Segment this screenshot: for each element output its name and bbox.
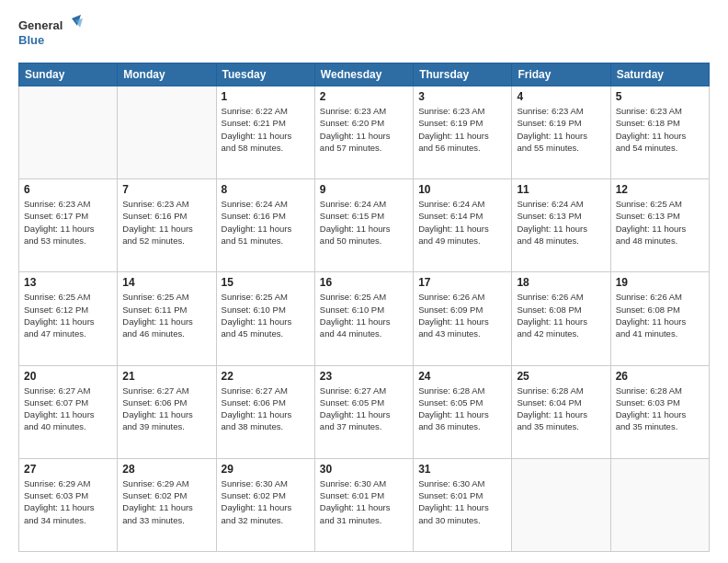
weekday-header-monday: Monday — [118, 63, 216, 86]
logo-icon: General Blue — [18, 15, 83, 53]
day-number: 23 — [320, 370, 408, 383]
calendar-cell: 20Sunrise: 6:27 AM Sunset: 6:07 PM Dayli… — [19, 365, 118, 458]
day-number: 15 — [222, 276, 310, 289]
cell-info: Sunrise: 6:26 AM Sunset: 6:09 PM Dayligh… — [418, 291, 506, 339]
calendar-cell: 21Sunrise: 6:27 AM Sunset: 6:06 PM Dayli… — [118, 365, 216, 458]
cell-info: Sunrise: 6:30 AM Sunset: 6:01 PM Dayligh… — [418, 477, 506, 526]
cell-info: Sunrise: 6:23 AM Sunset: 6:17 PM Dayligh… — [24, 198, 112, 247]
calendar-cell: 10Sunrise: 6:24 AM Sunset: 6:14 PM Dayli… — [414, 179, 512, 272]
cell-info: Sunrise: 6:23 AM Sunset: 6:18 PM Dayligh… — [616, 105, 704, 154]
cell-info: Sunrise: 6:24 AM Sunset: 6:14 PM Dayligh… — [418, 198, 506, 247]
day-number: 24 — [418, 370, 506, 383]
calendar-cell: 27Sunrise: 6:29 AM Sunset: 6:03 PM Dayli… — [19, 458, 118, 551]
cell-info: Sunrise: 6:23 AM Sunset: 6:20 PM Dayligh… — [320, 105, 408, 154]
calendar-cell: 6Sunrise: 6:23 AM Sunset: 6:17 PM Daylig… — [19, 179, 118, 272]
day-number: 1 — [222, 90, 310, 103]
day-number: 2 — [320, 90, 408, 103]
cell-info: Sunrise: 6:26 AM Sunset: 6:08 PM Dayligh… — [517, 291, 605, 339]
cell-info: Sunrise: 6:24 AM Sunset: 6:13 PM Dayligh… — [517, 198, 605, 247]
page: General Blue SundayMondayTuesdayWednesda… — [0, 0, 728, 563]
calendar-cell: 9Sunrise: 6:24 AM Sunset: 6:15 PM Daylig… — [314, 179, 413, 272]
day-number: 19 — [616, 276, 704, 289]
calendar-cell: 18Sunrise: 6:26 AM Sunset: 6:08 PM Dayli… — [512, 272, 610, 365]
calendar-cell: 30Sunrise: 6:30 AM Sunset: 6:01 PM Dayli… — [314, 458, 413, 551]
calendar-cell: 11Sunrise: 6:24 AM Sunset: 6:13 PM Dayli… — [512, 179, 610, 272]
cell-info: Sunrise: 6:22 AM Sunset: 6:21 PM Dayligh… — [222, 105, 310, 154]
weekday-header-wednesday: Wednesday — [314, 63, 413, 86]
day-number: 7 — [122, 183, 210, 196]
weekday-header-sunday: Sunday — [19, 63, 118, 86]
day-number: 5 — [616, 90, 704, 103]
day-number: 9 — [320, 183, 408, 196]
calendar-cell: 23Sunrise: 6:27 AM Sunset: 6:05 PM Dayli… — [314, 365, 413, 458]
cell-info: Sunrise: 6:27 AM Sunset: 6:07 PM Dayligh… — [24, 385, 112, 433]
cell-info: Sunrise: 6:29 AM Sunset: 6:03 PM Dayligh… — [24, 477, 112, 526]
cell-info: Sunrise: 6:27 AM Sunset: 6:05 PM Dayligh… — [320, 385, 408, 433]
calendar-week-row: 27Sunrise: 6:29 AM Sunset: 6:03 PM Dayli… — [19, 458, 710, 551]
calendar-cell: 13Sunrise: 6:25 AM Sunset: 6:12 PM Dayli… — [19, 272, 118, 365]
header: General Blue — [18, 15, 710, 53]
weekday-header-tuesday: Tuesday — [216, 63, 314, 86]
cell-info: Sunrise: 6:25 AM Sunset: 6:13 PM Dayligh… — [616, 198, 704, 247]
calendar-cell — [512, 458, 610, 551]
calendar-header-row: SundayMondayTuesdayWednesdayThursdayFrid… — [19, 63, 710, 86]
day-number: 25 — [517, 370, 605, 383]
day-number: 30 — [320, 463, 408, 476]
calendar-cell — [610, 458, 709, 551]
cell-info: Sunrise: 6:30 AM Sunset: 6:01 PM Dayligh… — [320, 477, 408, 526]
day-number: 11 — [517, 183, 605, 196]
day-number: 31 — [418, 463, 506, 476]
cell-info: Sunrise: 6:28 AM Sunset: 6:03 PM Dayligh… — [616, 385, 704, 433]
calendar-cell: 5Sunrise: 6:23 AM Sunset: 6:18 PM Daylig… — [610, 86, 709, 179]
cell-info: Sunrise: 6:23 AM Sunset: 6:19 PM Dayligh… — [517, 105, 605, 154]
cell-info: Sunrise: 6:24 AM Sunset: 6:15 PM Dayligh… — [320, 198, 408, 247]
cell-info: Sunrise: 6:30 AM Sunset: 6:02 PM Dayligh… — [222, 477, 310, 526]
day-number: 12 — [616, 183, 704, 196]
day-number: 18 — [517, 276, 605, 289]
calendar-cell: 7Sunrise: 6:23 AM Sunset: 6:16 PM Daylig… — [118, 179, 216, 272]
calendar-cell: 4Sunrise: 6:23 AM Sunset: 6:19 PM Daylig… — [512, 86, 610, 179]
weekday-header-friday: Friday — [512, 63, 610, 86]
svg-text:Blue: Blue — [18, 33, 44, 47]
calendar-table: SundayMondayTuesdayWednesdayThursdayFrid… — [18, 63, 710, 552]
cell-info: Sunrise: 6:25 AM Sunset: 6:10 PM Dayligh… — [222, 291, 310, 339]
weekday-header-thursday: Thursday — [414, 63, 512, 86]
day-number: 29 — [222, 463, 310, 476]
cell-info: Sunrise: 6:25 AM Sunset: 6:11 PM Dayligh… — [122, 291, 210, 339]
day-number: 10 — [418, 183, 506, 196]
day-number: 27 — [24, 463, 112, 476]
cell-info: Sunrise: 6:29 AM Sunset: 6:02 PM Dayligh… — [122, 477, 210, 526]
cell-info: Sunrise: 6:28 AM Sunset: 6:05 PM Dayligh… — [418, 385, 506, 433]
calendar-cell: 17Sunrise: 6:26 AM Sunset: 6:09 PM Dayli… — [414, 272, 512, 365]
day-number: 13 — [24, 276, 112, 289]
calendar-cell: 8Sunrise: 6:24 AM Sunset: 6:16 PM Daylig… — [216, 179, 314, 272]
day-number: 8 — [222, 183, 310, 196]
calendar-cell: 14Sunrise: 6:25 AM Sunset: 6:11 PM Dayli… — [118, 272, 216, 365]
day-number: 28 — [122, 463, 210, 476]
cell-info: Sunrise: 6:26 AM Sunset: 6:08 PM Dayligh… — [616, 291, 704, 339]
day-number: 17 — [418, 276, 506, 289]
cell-info: Sunrise: 6:24 AM Sunset: 6:16 PM Dayligh… — [222, 198, 310, 247]
day-number: 14 — [122, 276, 210, 289]
cell-info: Sunrise: 6:25 AM Sunset: 6:10 PM Dayligh… — [320, 291, 408, 339]
cell-info: Sunrise: 6:27 AM Sunset: 6:06 PM Dayligh… — [122, 385, 210, 433]
calendar-cell: 3Sunrise: 6:23 AM Sunset: 6:19 PM Daylig… — [414, 86, 512, 179]
calendar-cell — [118, 86, 216, 179]
calendar-cell: 15Sunrise: 6:25 AM Sunset: 6:10 PM Dayli… — [216, 272, 314, 365]
calendar-cell: 25Sunrise: 6:28 AM Sunset: 6:04 PM Dayli… — [512, 365, 610, 458]
cell-info: Sunrise: 6:27 AM Sunset: 6:06 PM Dayligh… — [222, 385, 310, 433]
calendar-cell: 12Sunrise: 6:25 AM Sunset: 6:13 PM Dayli… — [610, 179, 709, 272]
calendar-week-row: 1Sunrise: 6:22 AM Sunset: 6:21 PM Daylig… — [19, 86, 710, 179]
calendar-cell: 22Sunrise: 6:27 AM Sunset: 6:06 PM Dayli… — [216, 365, 314, 458]
day-number: 22 — [222, 370, 310, 383]
calendar-cell: 24Sunrise: 6:28 AM Sunset: 6:05 PM Dayli… — [414, 365, 512, 458]
calendar-cell — [19, 86, 118, 179]
calendar-cell: 28Sunrise: 6:29 AM Sunset: 6:02 PM Dayli… — [118, 458, 216, 551]
cell-info: Sunrise: 6:23 AM Sunset: 6:16 PM Dayligh… — [122, 198, 210, 247]
calendar-week-row: 20Sunrise: 6:27 AM Sunset: 6:07 PM Dayli… — [19, 365, 710, 458]
calendar-cell: 29Sunrise: 6:30 AM Sunset: 6:02 PM Dayli… — [216, 458, 314, 551]
calendar-cell: 1Sunrise: 6:22 AM Sunset: 6:21 PM Daylig… — [216, 86, 314, 179]
day-number: 16 — [320, 276, 408, 289]
weekday-header-saturday: Saturday — [610, 63, 709, 86]
svg-text:General: General — [18, 18, 63, 32]
